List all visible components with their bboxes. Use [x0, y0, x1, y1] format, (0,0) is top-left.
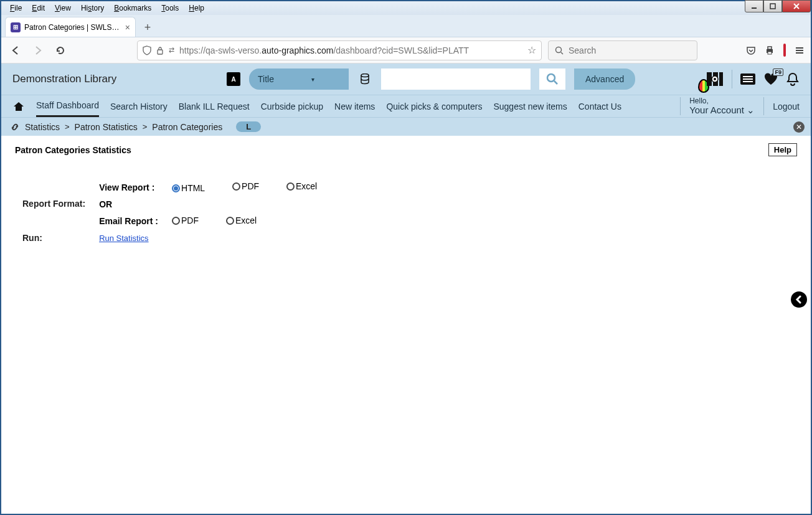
- chevron-down-icon: ⌄: [744, 105, 755, 115]
- browser-menubar: File Edit View History Bookmarks Tools H…: [1, 1, 811, 15]
- menu-history[interactable]: History: [76, 2, 109, 14]
- nav-forward-button[interactable]: [30, 42, 46, 59]
- nav-bar: Staff Dashboard Search History Blank ILL…: [1, 95, 811, 117]
- account-block[interactable]: Hello, Your Account ⌄: [680, 97, 764, 116]
- nav-search-history[interactable]: Search History: [110, 97, 168, 116]
- page-title: Patron Categories Statistics: [15, 145, 131, 155]
- lock-icon[interactable]: [156, 46, 164, 55]
- nav-suggest[interactable]: Suggest new items: [493, 97, 567, 116]
- svg-point-20: [714, 78, 716, 80]
- bell-icon[interactable]: [786, 72, 800, 87]
- menu-view[interactable]: View: [50, 2, 76, 14]
- nav-curbside[interactable]: Curbside pickup: [261, 97, 323, 116]
- browser-search-input[interactable]: [569, 45, 691, 55]
- run-statistics-link[interactable]: Run Statistics: [99, 234, 148, 243]
- email-report-label: Email Report :: [93, 213, 164, 229]
- database-icon[interactable]: [357, 73, 372, 85]
- nav-staff-dashboard[interactable]: Staff Dashboard: [36, 95, 99, 117]
- breadcrumb-seg-3[interactable]: Patron Categories: [152, 122, 222, 132]
- breadcrumb-close-button[interactable]: ✕: [793, 121, 805, 133]
- advanced-search-button[interactable]: Advanced: [574, 69, 635, 90]
- svg-line-6: [561, 52, 563, 54]
- side-panel-toggle-button[interactable]: [791, 291, 807, 308]
- browser-tab[interactable]: ⊞ Patron Categories | SWLS | platt ×: [5, 17, 136, 37]
- heart-badge: F9: [773, 69, 783, 76]
- browser-toolbar: ⇄ https://qa-swls-verso.auto-graphics.co…: [1, 37, 811, 64]
- browser-search-box[interactable]: [548, 40, 697, 60]
- tab-title: Patron Categories | SWLS | platt: [24, 23, 121, 32]
- pocket-icon[interactable]: [746, 45, 756, 55]
- radio-icon: [226, 217, 234, 225]
- menu-tools[interactable]: Tools: [156, 2, 184, 14]
- menu-bookmarks[interactable]: Bookmarks: [109, 2, 156, 14]
- search-type-label: Title: [258, 74, 274, 84]
- menu-edit[interactable]: Edit: [27, 2, 50, 14]
- nav-quick-picks[interactable]: Quick picks & computers: [386, 97, 482, 116]
- page-content: Patron Categories Statistics Help Report…: [1, 136, 811, 514]
- language-icon[interactable]: A: [227, 72, 240, 86]
- run-label: Run:: [16, 230, 92, 245]
- logout-link[interactable]: Logout: [773, 102, 800, 111]
- home-icon[interactable]: [12, 101, 25, 112]
- separator: [732, 70, 732, 88]
- breadcrumb-seg-2[interactable]: Patron Statistics: [75, 122, 138, 132]
- permissions-icon[interactable]: ⇄: [169, 46, 174, 54]
- tab-close-button[interactable]: ×: [125, 22, 130, 32]
- shield-icon[interactable]: [143, 45, 151, 55]
- radio-view-html[interactable]: HTML: [172, 183, 205, 193]
- search-icon: [555, 46, 564, 55]
- chevron-down-icon: ▾: [311, 76, 314, 83]
- window-close-button[interactable]: [782, 0, 811, 12]
- app-header: Demonstration Library A Title ▾ Advanced…: [1, 64, 811, 95]
- menu-help[interactable]: Help: [184, 2, 209, 14]
- url-bar[interactable]: ⇄ https://qa-swls-verso.auto-graphics.co…: [137, 40, 542, 60]
- svg-rect-16: [707, 72, 712, 86]
- menu-file[interactable]: File: [5, 2, 27, 14]
- bookmark-star-icon[interactable]: ☆: [527, 44, 536, 56]
- radio-icon: [172, 184, 180, 192]
- nav-contact[interactable]: Contact Us: [578, 97, 621, 116]
- svg-rect-1: [770, 4, 775, 9]
- nav-blank-ill[interactable]: Blank ILL Request: [179, 97, 250, 116]
- nav-new-items[interactable]: New items: [334, 97, 375, 116]
- radio-email-pdf[interactable]: PDF: [172, 215, 199, 225]
- browser-tabbar: ⊞ Patron Categories | SWLS | platt × +: [1, 15, 811, 37]
- or-label: OR: [93, 197, 164, 212]
- svg-rect-8: [768, 47, 772, 49]
- mcafee-icon[interactable]: [783, 45, 786, 56]
- radio-icon: [286, 182, 295, 191]
- svg-point-14: [547, 74, 555, 82]
- help-button[interactable]: Help: [768, 143, 797, 156]
- favorites-heart-icon[interactable]: F9: [763, 72, 778, 86]
- catalog-search-button[interactable]: [539, 69, 565, 90]
- list-icon[interactable]: [740, 73, 756, 85]
- library-name: Demonstration Library: [12, 73, 218, 85]
- breadcrumb-badge: L: [236, 121, 261, 132]
- svg-line-15: [554, 81, 557, 84]
- radio-icon: [172, 217, 180, 225]
- radio-email-excel[interactable]: Excel: [226, 215, 257, 225]
- catalog-search-input[interactable]: [381, 69, 531, 90]
- svg-rect-4: [158, 50, 163, 54]
- radio-view-pdf[interactable]: PDF: [232, 181, 259, 191]
- search-type-dropdown[interactable]: Title ▾: [249, 69, 349, 90]
- report-format-label: Report Format:: [16, 179, 92, 229]
- hamburger-menu-icon[interactable]: [795, 45, 805, 55]
- link-icon: [10, 122, 20, 132]
- svg-point-13: [361, 74, 369, 77]
- nav-reload-button[interactable]: [52, 42, 68, 59]
- print-icon[interactable]: [765, 45, 775, 55]
- svg-point-5: [556, 47, 562, 52]
- breadcrumb-seg-1[interactable]: Statistics: [25, 122, 60, 132]
- scan-icon[interactable]: [706, 71, 724, 87]
- nav-back-button[interactable]: [7, 42, 24, 59]
- account-label: Your Account: [689, 105, 744, 115]
- new-tab-button[interactable]: +: [138, 18, 157, 37]
- radio-icon: [232, 182, 240, 191]
- svg-rect-18: [719, 72, 723, 86]
- svg-rect-9: [768, 52, 772, 54]
- radio-view-excel[interactable]: Excel: [286, 181, 317, 191]
- window-minimize-button[interactable]: [745, 0, 763, 12]
- report-form: Report Format: View Report : HTML PDF Ex…: [15, 177, 349, 247]
- window-maximize-button[interactable]: [763, 0, 782, 12]
